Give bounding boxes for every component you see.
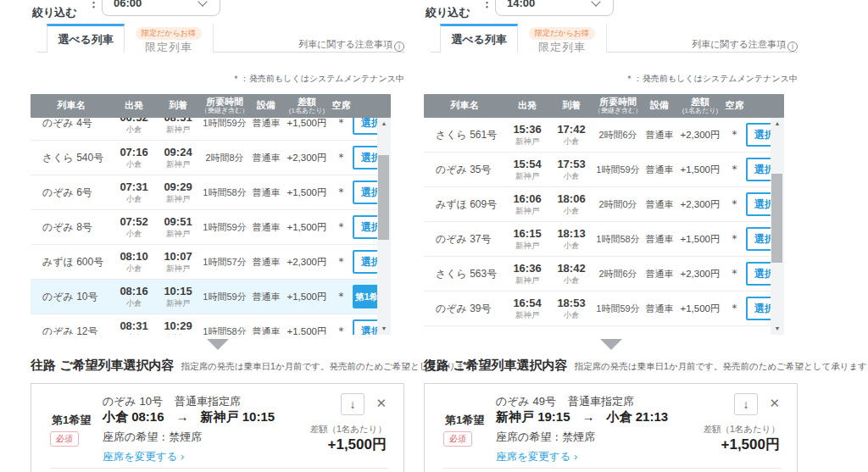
equipment: 普通車: [249, 325, 283, 336]
scrollbar-thumb[interactable]: [378, 155, 389, 240]
card-divider: [443, 468, 782, 469]
card-from-station: 小倉: [103, 409, 128, 424]
vacancy-status: ＊: [724, 162, 745, 177]
change-seat-link[interactable]: 座席を変更する ›: [496, 450, 577, 464]
table-row[interactable]: さくら 561号 15:36新神戸 17:42小倉 2時間6分 普通車 +2,3…: [424, 118, 784, 153]
departure-time: 15:54: [505, 158, 549, 170]
train-notice-link[interactable]: 列車に関する注意事項i: [692, 38, 798, 52]
table-row[interactable]: のぞみ 4号 06:52小倉 08:51新神戸 1時間59分 普通車 +1,50…: [31, 118, 391, 141]
train-name: さくら 561号: [424, 128, 505, 142]
move-down-button[interactable]: ↓: [341, 393, 364, 415]
duration: 2時間8分: [200, 152, 249, 164]
change-seat-link[interactable]: 座席を変更する ›: [103, 450, 184, 464]
departure-station: 小倉: [112, 298, 156, 309]
outbound-panel: 絞り込む ： 06:00 選べる列車 限定だからお得 限定列車 列車に関する注意…: [31, 0, 404, 472]
scroll-down-icon[interactable]: ▼: [377, 323, 391, 335]
fare-difference: +1,500円: [283, 291, 331, 303]
card-to-station: 小倉: [607, 409, 632, 424]
diff-value: +1,500円: [328, 435, 387, 454]
tab-selectable-trains[interactable]: 選べる列車: [440, 24, 518, 53]
outbound-selection-title: 往路 ご希望列車選択内容: [31, 358, 175, 372]
close-icon[interactable]: ✕: [769, 396, 780, 411]
scroll-up-icon[interactable]: ▲: [377, 118, 391, 130]
return-selection-title: 復路 ご希望列車選択内容: [424, 358, 568, 372]
equipment: 普通車: [643, 268, 676, 280]
required-badge: 必須: [50, 431, 79, 447]
train-name: みずほ 609号: [424, 197, 505, 212]
departure-time-select[interactable]: 14:00: [495, 0, 614, 16]
tab-limited-trains[interactable]: 限定だからお得 限定列車: [125, 24, 214, 53]
table-row[interactable]: みずほ 600号 08:10小倉 10:07新神戸 1時間57分 普通車 +2,…: [31, 245, 391, 280]
reservation-page: 絞り込む ： 06:00 選べる列車 限定だからお得 限定列車 列車に関する注意…: [0, 0, 868, 472]
outbound-selected-train-card: 第1希望 必須 のぞみ 10号普通車指定席 小倉 08:16→新神戸 10:15…: [31, 383, 404, 472]
seat-preference: 座席の希望：禁煙席: [103, 430, 202, 445]
fare-difference: +1,500円: [283, 186, 331, 199]
filter-colon: ：: [88, 0, 99, 12]
table-row[interactable]: みずほ 609号 16:06新神戸 18:06小倉 2時間0分 普通車 +2,3…: [424, 187, 784, 222]
scrollbar-thumb[interactable]: [771, 174, 782, 263]
departure-time: 16:54: [505, 297, 549, 309]
fare-difference: +2,300円: [676, 268, 724, 280]
vacancy-status: ＊: [724, 197, 745, 212]
tab-limited-trains[interactable]: 限定だからお得 限定列車: [518, 24, 607, 53]
tab-selectable-trains[interactable]: 選べる列車: [47, 24, 125, 53]
equipment: 普通車: [643, 129, 676, 142]
fare-difference: +1,500円: [676, 164, 724, 176]
departure-time: 08:16: [112, 285, 156, 297]
arrival-time: 10:15: [156, 285, 200, 297]
presale-note: ＊：発売前もしくはシステムメンテナンス中: [232, 73, 404, 85]
train-name: のぞみ 4号: [31, 118, 112, 130]
duration: 1時間59分: [593, 164, 643, 176]
card-arrival-time: 21:13: [636, 409, 668, 424]
filter-label: 絞り込む: [32, 5, 77, 20]
departure-station: 新神戸: [505, 206, 549, 217]
train-name: のぞみ 6号: [31, 186, 112, 200]
fare-difference: +2,300円: [283, 152, 331, 164]
table-row[interactable]: のぞみ 10号 08:16小倉 10:15新神戸 1時間59分 普通車 +1,5…: [31, 280, 391, 314]
table-row[interactable]: のぞみ 39号 16:54新神戸 18:53小倉 1時間59分 普通車 +1,5…: [424, 292, 784, 326]
vacancy-status: ＊: [724, 231, 745, 247]
departure-station: 小倉: [112, 264, 156, 275]
vacancy-status: ＊: [724, 266, 745, 281]
departure-time-select[interactable]: 06:00: [102, 0, 220, 16]
table-row[interactable]: のぞみ 35号 15:54新神戸 17:53小倉 1時間59分 普通車 +1,5…: [424, 153, 784, 187]
table-row[interactable]: さくら 563号 16:36新神戸 18:42小倉 2時間6分 普通車 +2,3…: [424, 257, 784, 292]
info-icon: i: [787, 42, 798, 52]
train-name: さくら 540号: [31, 151, 112, 165]
departure-time: 07:16: [112, 146, 156, 158]
card-from-station: 新神戸: [496, 409, 534, 424]
diff-label: 差額（1名あたり）: [703, 424, 780, 436]
departure-time: 15:36: [505, 123, 549, 136]
table-row[interactable]: のぞみ 8号 07:52小倉 09:51新神戸 1時間59分 普通車 +1,50…: [31, 210, 391, 245]
duration: 1時間58分: [593, 233, 643, 246]
equipment: 普通車: [643, 164, 676, 176]
arrow-icon: →: [582, 409, 595, 424]
scroll-up-icon[interactable]: ▲: [771, 118, 784, 130]
table-row[interactable]: さくら 540号 07:16小倉 09:24新神戸 2時間8分 普通車 +2,3…: [31, 141, 391, 175]
arrival-station: 新神戸: [156, 229, 200, 240]
close-icon[interactable]: ✕: [376, 396, 387, 411]
scroll-down-icon[interactable]: ▼: [771, 323, 784, 335]
time-select-value: 14:00: [507, 0, 535, 9]
table-row[interactable]: のぞみ 37号 16:15新神戸 18:13小倉 1時間58分 普通車 +1,5…: [424, 222, 784, 257]
table-scrollbar[interactable]: ▲ ▼: [377, 118, 391, 335]
filter-colon: ：: [481, 0, 492, 12]
arrival-station: 小倉: [549, 310, 593, 321]
outbound-train-table: 列車名 出発 到着 所要時間（乗継ぎ含む） 設備 差額(1名あたり) 空席 のぞ…: [31, 94, 404, 335]
vacancy-status: ＊: [724, 127, 745, 142]
departure-station: 新神戸: [505, 171, 549, 182]
table-row[interactable]: のぞみ 6号 07:31小倉 09:29新神戸 1時間58分 普通車 +1,50…: [31, 175, 391, 210]
departure-time: 16:15: [505, 227, 549, 240]
train-notice-link[interactable]: 列車に関する注意事項i: [298, 38, 404, 52]
arrival-station: 新神戸: [156, 333, 200, 336]
departure-time: 07:31: [112, 180, 156, 193]
move-down-button[interactable]: ↓: [734, 393, 758, 415]
preference-rank: 第1希望: [52, 413, 91, 428]
limited-deal-badge: 限定だからお得: [136, 27, 202, 40]
equipment: 普通車: [643, 198, 676, 211]
table-scrollbar[interactable]: ▲ ▼: [771, 118, 784, 335]
vacancy-status: ＊: [331, 254, 352, 269]
fare-difference: +1,500円: [283, 325, 331, 336]
train-name: さくら 563号: [424, 267, 505, 281]
table-row[interactable]: のぞみ 12号 08:31小倉 10:29新神戸 1時間58分 普通車 +1,5…: [31, 314, 391, 335]
